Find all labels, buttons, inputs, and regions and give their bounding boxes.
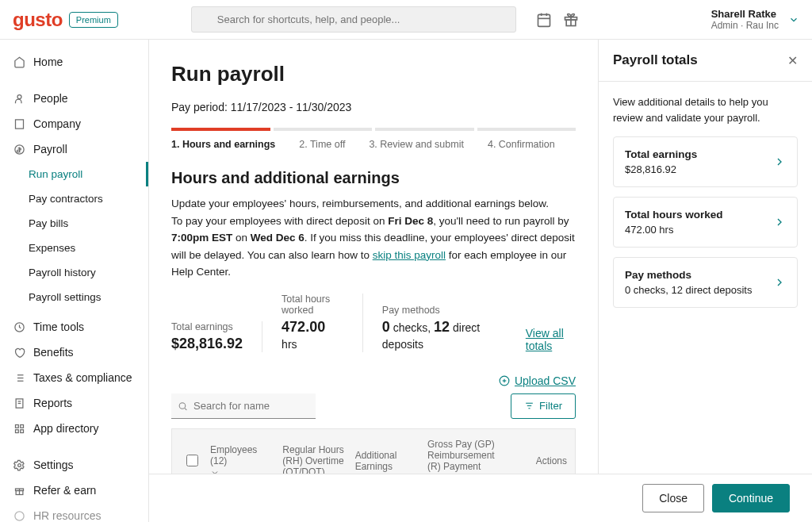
continue-button[interactable]: Continue (712, 484, 790, 512)
card-pay-methods[interactable]: Pay methods 0 checks, 12 direct deposits (613, 257, 798, 308)
th-hours: Regular Hours (RH) Overtime (OT/DOT) (282, 444, 348, 478)
logo-text: gusto (13, 9, 63, 31)
grid-icon (13, 422, 25, 435)
subnav-payroll-history[interactable]: Payroll history (0, 260, 148, 285)
progress-seg-1 (171, 128, 270, 131)
select-all-checkbox[interactable] (186, 455, 198, 466)
list-icon (13, 371, 25, 384)
svg-point-36 (179, 403, 186, 409)
top-bar: gusto Premium Sharell Ratke Admin · Rau … (0, 0, 812, 40)
nav-label: Company (33, 117, 81, 130)
progress-bar (171, 128, 576, 131)
user-menu[interactable]: Sharell Ratke Admin · Rau Inc (695, 8, 799, 31)
svg-rect-10 (15, 119, 23, 128)
total-label: Total hours worked (282, 294, 343, 316)
card-total-earnings[interactable]: Total earnings $28,816.92 (613, 136, 798, 187)
nav-settings[interactable]: Settings (0, 452, 148, 478)
nav-label: Taxes & compliance (33, 371, 132, 384)
nav-label: Time tools (33, 320, 84, 333)
step-3: 3. Review and submit (369, 139, 464, 150)
card-total-hours[interactable]: Total hours worked 472.00 hrs (613, 197, 798, 248)
svg-rect-2 (538, 14, 550, 26)
card-value: 472.00 hrs (625, 224, 723, 236)
total-label: Total earnings (171, 321, 243, 332)
total-value: 0 checks, 12 direct deposits (382, 319, 488, 352)
calendar-icon[interactable] (535, 11, 553, 29)
subnav-pay-contractors[interactable]: Pay contractors (0, 186, 148, 211)
svg-point-28 (17, 463, 21, 466)
topbar-icons (535, 11, 580, 29)
progress-seg-2 (274, 128, 373, 131)
progress-seg-3 (375, 128, 474, 131)
close-button[interactable]: Close (642, 484, 704, 512)
nav-payroll[interactable]: Payroll (0, 136, 148, 162)
nav-company[interactable]: Company (0, 111, 148, 136)
logo[interactable]: gusto Premium (13, 9, 118, 31)
card-label: Pay methods (625, 269, 752, 281)
progress-seg-4 (477, 128, 576, 131)
main-content: Run payroll Pay period: 11/17/2023 - 11/… (149, 40, 598, 522)
step-1: 1. Hours and earnings (171, 139, 275, 150)
gift-icon (13, 484, 25, 497)
search-input[interactable] (191, 6, 516, 33)
step-2: 2. Time off (299, 139, 345, 150)
nav-app-directory[interactable]: App directory (0, 416, 148, 441)
chevron-down-icon (788, 14, 799, 25)
svg-line-37 (185, 408, 186, 409)
heart-icon (13, 346, 25, 359)
subnav-payroll-settings[interactable]: Payroll settings (0, 285, 148, 309)
close-icon[interactable]: ✕ (787, 53, 798, 68)
filter-button[interactable]: Filter (511, 393, 576, 419)
view-all-totals-link[interactable]: View all totals (526, 327, 576, 352)
subnav-pay-bills[interactable]: Pay bills (0, 211, 148, 236)
svg-point-32 (14, 511, 23, 520)
people-icon (13, 92, 25, 105)
nav-label: Benefits (33, 346, 74, 359)
nav-refer[interactable]: Refer & earn (0, 478, 148, 503)
chevron-right-icon (773, 276, 786, 289)
nav-label: Home (33, 56, 63, 68)
user-name: Sharell Ratke (711, 8, 779, 20)
search-icon (178, 401, 188, 411)
clock-icon (13, 320, 25, 333)
nav-label: Reports (33, 397, 72, 409)
gear-icon (13, 459, 25, 471)
nav-label: People (33, 92, 68, 105)
nav-reports[interactable]: Reports (0, 390, 148, 416)
total-hours: Total hours worked 472.00 hrs (282, 294, 363, 352)
nav-taxes[interactable]: Taxes & compliance (0, 365, 148, 390)
bottom-bar: Close Continue (149, 474, 812, 522)
svg-rect-26 (15, 429, 18, 432)
sidebar: Home People Company Payroll Run payroll … (0, 40, 149, 522)
upload-csv-link[interactable]: Upload CSV (499, 374, 576, 387)
nav-time-tools[interactable]: Time tools (0, 314, 148, 340)
nav-home[interactable]: Home (0, 49, 148, 75)
pay-period: Pay period: 11/17/2023 - 11/30/2023 (171, 101, 576, 113)
nav-benefits[interactable]: Benefits (0, 340, 148, 365)
company-icon (13, 117, 25, 130)
hr-icon (13, 509, 25, 522)
report-icon (13, 397, 25, 409)
nav-people[interactable]: People (0, 86, 148, 111)
panel-description: View additional details to help you revi… (613, 94, 798, 125)
svg-rect-27 (20, 429, 23, 432)
totals-summary: Total earnings $28,816.92 Total hours wo… (171, 294, 576, 352)
chevron-right-icon (773, 216, 786, 228)
home-icon (13, 56, 25, 68)
subnav-expenses[interactable]: Expenses (0, 236, 148, 260)
steps: 1. Hours and earnings 2. Time off 3. Rev… (171, 139, 576, 150)
th-employees[interactable]: Employees (12) (210, 444, 276, 478)
global-search (191, 6, 516, 33)
th-actions: Actions (501, 455, 567, 466)
svg-point-9 (17, 94, 21, 98)
name-search-input[interactable] (171, 393, 316, 419)
subnav-run-payroll[interactable]: Run payroll (0, 162, 148, 186)
svg-rect-24 (15, 424, 18, 428)
nav-hr[interactable]: HR resources (0, 503, 148, 522)
gift-icon[interactable] (562, 11, 580, 29)
name-search (171, 393, 316, 419)
step-4: 4. Confirmation (488, 139, 555, 150)
page-title: Run payroll (171, 62, 576, 86)
skip-payroll-link[interactable]: skip this payroll (373, 249, 446, 261)
chevron-right-icon (773, 155, 786, 168)
